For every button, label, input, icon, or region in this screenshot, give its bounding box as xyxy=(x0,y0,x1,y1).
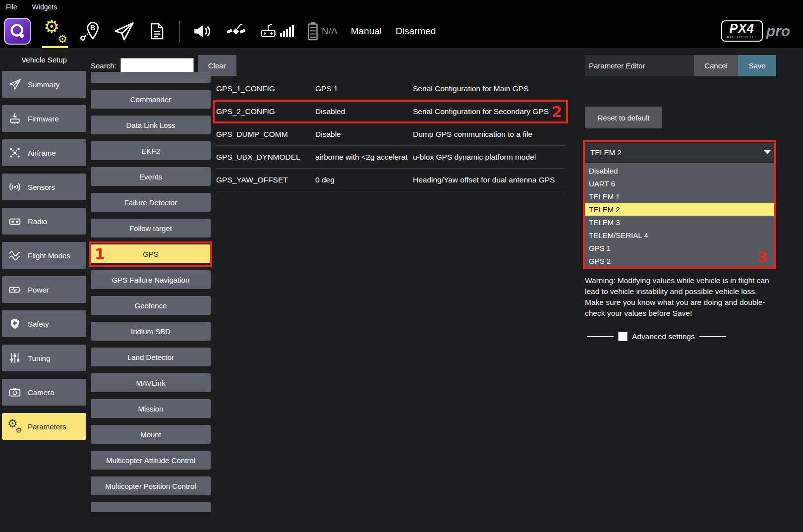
parameter-row[interactable]: GPS_YAW_OFFSET 0 deg Heading/Yaw offset … xyxy=(216,169,565,191)
parameter-row[interactable]: GPS_2_CONFIG Disabled Serial Configurati… xyxy=(216,100,565,123)
sidebar-item-summary[interactable]: Summary xyxy=(2,71,86,98)
px4-logo-subtext: AUTOPILOT xyxy=(727,35,757,39)
group-item-ekf2[interactable]: EKF2 xyxy=(91,141,211,160)
parameter-value: airborne with <2g accelerat xyxy=(315,153,413,162)
fly-view-button[interactable] xyxy=(107,14,141,48)
dropdown-option-uart6[interactable]: UART 6 xyxy=(585,177,776,190)
sidebar-item-flight-modes[interactable]: Flight Modes xyxy=(2,242,86,269)
main-toolbar: ⚙⚙ B xyxy=(0,14,803,48)
sidebar-item-label: Parameters xyxy=(28,422,66,431)
parameter-description: Serial Configuration for Secondary GPS xyxy=(413,107,565,116)
group-item-geofence[interactable]: Geofence xyxy=(91,296,211,315)
firmware-icon xyxy=(7,112,22,125)
parameter-description: Dump GPS communication to a file xyxy=(413,130,565,139)
search-input[interactable] xyxy=(120,58,194,73)
gps-status-button[interactable] xyxy=(219,14,253,48)
group-item-partial-bottom[interactable] xyxy=(91,502,211,512)
battery-status-button[interactable]: N/A xyxy=(300,14,344,48)
px4-logo: PX4 AUTOPILOT pro xyxy=(721,20,791,42)
analyze-document-icon xyxy=(148,22,167,41)
setup-gears-icon: ⚙⚙ xyxy=(44,20,66,43)
group-list: Commander Data Link Loss EKF2 Events Fai… xyxy=(91,72,211,512)
sidebar-item-firmware[interactable]: Firmware xyxy=(2,105,86,132)
sidebar-item-label: Summary xyxy=(28,80,59,89)
parameter-row[interactable]: GPS_1_CONFIG GPS 1 Serial Configuration … xyxy=(216,77,565,100)
flight-modes-wave-icon xyxy=(7,249,22,262)
sidebar-item-camera[interactable]: Camera xyxy=(2,379,86,406)
parameter-row[interactable]: GPS_DUMP_COMM Disable Dump GPS communica… xyxy=(216,123,565,146)
rc-rssi-button[interactable] xyxy=(253,14,300,48)
camera-icon xyxy=(7,386,22,399)
group-item-failure-detector[interactable]: Failure Detector xyxy=(91,193,211,212)
airframe-icon xyxy=(7,146,22,159)
sidebar-item-power[interactable]: Power xyxy=(2,276,86,303)
parameter-editor-panel: Parameter Editor Cancel Save Reset to de… xyxy=(585,55,776,516)
group-item-data-link-loss[interactable]: Data Link Loss xyxy=(91,116,211,134)
group-item-commander[interactable]: Commander xyxy=(91,90,211,109)
editor-header: Parameter Editor Cancel Save xyxy=(585,55,776,76)
dropdown-option-telem3[interactable]: TELEM 3 xyxy=(585,216,776,229)
dropdown-option-list: Disabled UART 6 TELEM 1 TELEM 2 TELEM 3 … xyxy=(585,163,776,269)
save-button[interactable]: Save xyxy=(738,55,776,76)
plan-view-button[interactable]: B xyxy=(73,14,107,48)
group-item-partial-top[interactable] xyxy=(91,72,211,83)
advanced-settings-checkbox[interactable] xyxy=(618,332,628,341)
group-item-multicopter-attitude-control[interactable]: Multicopter Attitude Control xyxy=(91,451,211,470)
summary-plane-icon xyxy=(7,78,22,91)
advanced-settings-label: Advanced settings xyxy=(632,332,695,341)
sidebar-item-tuning[interactable]: Tuning xyxy=(2,345,86,371)
reset-to-default-button[interactable]: Reset to default xyxy=(585,107,662,128)
sidebar-item-parameters[interactable]: ⚙⚙ Parameters xyxy=(2,413,86,440)
menu-widgets[interactable]: Widgets xyxy=(32,3,57,11)
value-dropdown[interactable]: TELEM 2 xyxy=(585,142,776,162)
vehicle-messages-button[interactable] xyxy=(185,14,219,48)
chevron-down-icon xyxy=(764,150,771,154)
sidebar-item-safety[interactable]: Safety xyxy=(2,310,86,337)
vehicle-setup-sidebar: Vehicle Setup Summary Firmware Airframe … xyxy=(0,48,88,532)
megaphone-icon xyxy=(192,21,213,42)
analyze-view-button[interactable] xyxy=(141,14,173,48)
divider-line xyxy=(699,336,726,337)
menu-file[interactable]: File xyxy=(6,3,17,11)
parameter-row[interactable]: GPS_UBX_DYNMODEL airborne with <2g accel… xyxy=(216,146,565,169)
sidebar-title: Vehicle Setup xyxy=(0,48,88,71)
sidebar-item-airframe[interactable]: Airframe xyxy=(2,139,86,166)
group-item-land-detector[interactable]: Land Detector xyxy=(91,348,211,366)
sidebar-item-sensors[interactable]: Sensors xyxy=(2,174,86,200)
battery-icon xyxy=(307,22,319,41)
dropdown-option-gps2[interactable]: GPS 2 xyxy=(585,254,776,267)
group-item-mavlink[interactable]: MAVLink xyxy=(91,373,211,392)
dropdown-option-disabled[interactable]: Disabled xyxy=(585,164,776,177)
dropdown-option-telem1[interactable]: TELEM 1 xyxy=(585,190,776,203)
cancel-button[interactable]: Cancel xyxy=(694,55,738,76)
group-item-mission[interactable]: Mission xyxy=(91,399,211,418)
setup-view-button[interactable]: ⚙⚙ xyxy=(37,14,73,48)
divider-line xyxy=(587,336,614,337)
sidebar-item-radio[interactable]: Radio xyxy=(2,208,86,235)
group-item-gps[interactable]: GPS xyxy=(91,244,211,263)
group-item-follow-target[interactable]: Follow target xyxy=(91,219,211,237)
editor-title: Parameter Editor xyxy=(585,55,694,76)
sensors-icon xyxy=(7,180,22,193)
group-item-events[interactable]: Events xyxy=(91,167,211,186)
power-battery-icon xyxy=(7,283,22,296)
group-item-iridium-sbd[interactable]: Iridium SBD xyxy=(91,322,211,341)
group-item-gps-failure-navigation[interactable]: GPS Failure Navigation xyxy=(91,270,211,289)
radio-icon xyxy=(7,215,22,228)
arm-state-indicator[interactable]: Disarmed xyxy=(389,26,443,37)
signal-bars-icon xyxy=(280,25,294,37)
dropdown-option-telem2[interactable]: TELEM 2 xyxy=(585,203,776,216)
px4-logo-box: PX4 AUTOPILOT xyxy=(721,20,763,42)
dropdown-option-telem-serial4[interactable]: TELEM/SERIAL 4 xyxy=(585,229,776,241)
dropdown-option-gps1[interactable]: GPS 1 xyxy=(585,241,776,254)
parameter-value: 0 deg xyxy=(315,176,413,184)
qgc-home-button[interactable] xyxy=(0,14,37,48)
flight-mode-indicator[interactable]: Manual xyxy=(344,26,389,37)
dropdown-selected-value: TELEM 2 xyxy=(590,148,622,157)
search-label: Search: xyxy=(91,61,116,70)
toolbar-divider xyxy=(179,21,179,42)
group-item-multicopter-position-control[interactable]: Multicopter Position Control xyxy=(91,476,211,495)
battery-status-text: N/A xyxy=(322,26,338,37)
group-item-mount[interactable]: Mount xyxy=(91,425,211,444)
satellite-icon xyxy=(226,21,246,42)
